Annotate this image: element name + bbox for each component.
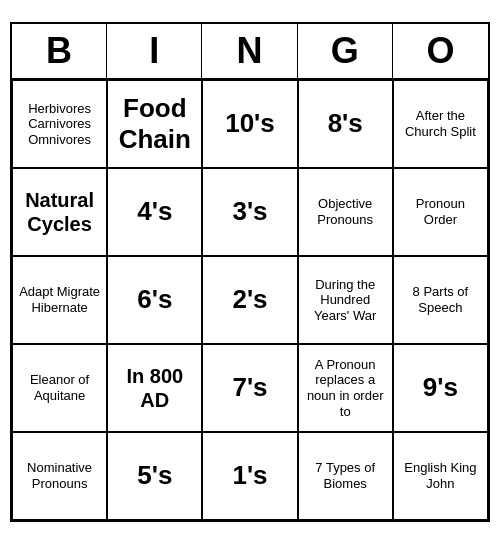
bingo-letter-g: G bbox=[298, 24, 393, 78]
bingo-letter-b: B bbox=[12, 24, 107, 78]
bingo-cell-11: 6's bbox=[107, 256, 202, 344]
bingo-card: BINGO Herbivores Carnivores OmnivoresFoo… bbox=[10, 22, 490, 522]
bingo-cell-14: 8 Parts of Speech bbox=[393, 256, 488, 344]
bingo-cell-17: 7's bbox=[202, 344, 297, 432]
bingo-cell-18: A Pronoun replaces a noun in order to bbox=[298, 344, 393, 432]
bingo-cell-6: 4's bbox=[107, 168, 202, 256]
bingo-cell-4: After the Church Split bbox=[393, 80, 488, 168]
bingo-cell-8: Objective Pronouns bbox=[298, 168, 393, 256]
bingo-cell-0: Herbivores Carnivores Omnivores bbox=[12, 80, 107, 168]
bingo-cell-23: 7 Types of Biomes bbox=[298, 432, 393, 520]
bingo-cell-12: 2's bbox=[202, 256, 297, 344]
bingo-cell-22: 1's bbox=[202, 432, 297, 520]
bingo-grid: Herbivores Carnivores OmnivoresFood Chai… bbox=[12, 80, 488, 520]
bingo-cell-3: 8's bbox=[298, 80, 393, 168]
bingo-cell-9: Pronoun Order bbox=[393, 168, 488, 256]
bingo-cell-10: Adapt Migrate Hibernate bbox=[12, 256, 107, 344]
bingo-cell-5: Natural Cycles bbox=[12, 168, 107, 256]
bingo-letter-i: I bbox=[107, 24, 202, 78]
bingo-cell-16: In 800 AD bbox=[107, 344, 202, 432]
bingo-header: BINGO bbox=[12, 24, 488, 80]
bingo-cell-1: Food Chain bbox=[107, 80, 202, 168]
bingo-cell-7: 3's bbox=[202, 168, 297, 256]
bingo-letter-o: O bbox=[393, 24, 488, 78]
bingo-cell-13: During the Hundred Years' War bbox=[298, 256, 393, 344]
bingo-cell-15: Eleanor of Aquitane bbox=[12, 344, 107, 432]
bingo-letter-n: N bbox=[202, 24, 297, 78]
bingo-cell-2: 10's bbox=[202, 80, 297, 168]
bingo-cell-24: English King John bbox=[393, 432, 488, 520]
bingo-cell-19: 9's bbox=[393, 344, 488, 432]
bingo-cell-21: 5's bbox=[107, 432, 202, 520]
bingo-cell-20: Nominative Pronouns bbox=[12, 432, 107, 520]
